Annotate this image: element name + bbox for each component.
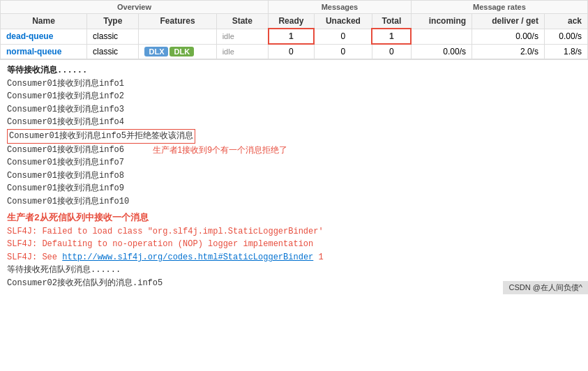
queue-deliver-0: 0.00/s [472,29,545,44]
producer2-msg: 生产者2从死信队列中接收一个消息 [7,211,581,225]
queue-ack-0: 0.00/s [544,29,587,44]
slf4j-line-1: SLF4J: Defaulting to no-operation (NOP) … [7,238,581,251]
slf4j-line-0: SLF4J: Failed to load class "org.slf4j.i… [7,225,581,238]
console-line2-1: Consumer01接收到消息info7 [7,156,129,169]
slf4j-lines: SLF4J: Failed to load class "org.slf4j.i… [7,225,581,264]
annotation-text: 生产者1接收到9个有一个消息拒绝了 [153,144,287,157]
queue-state-1: idle [216,44,268,59]
col-features-header: Features [139,14,216,29]
queue-incoming-1: 0.00/s [411,44,472,59]
badge-dlx: DLX [144,47,168,56]
queue-state-0: idle [216,29,268,44]
console-lines-group2: Consumer01接收到消息info6Consumer01接收到消息info7… [7,144,129,209]
console-line-0: Consumer01接收到消息info1 [7,77,581,91]
consumer02-msg: Consumer02接收死信队列的消息.info5 [7,277,581,290]
queue-total-0: 1 [372,29,411,44]
queue-name-dead-queue[interactable]: dead-queue [6,31,53,41]
console-line-2: Consumer01接收到消息info3 [7,103,581,116]
queue-type-0: classic [87,29,139,44]
col-name-header: Name [1,14,87,29]
queue-table-section: Overview Messages Message rates Name Typ… [0,0,588,60]
col-type-header: Type [87,14,139,29]
slf4j-link[interactable]: http://www.slf4j.org/codes.html#StaticLo… [62,252,313,262]
queue-features-1: DLXDLK [139,44,216,59]
waiting-msg: 等待接收消息...... [7,64,581,77]
badge-dlk: DLK [169,47,194,56]
console-section: 等待接收消息...... Consumer01接收到消息info1Consume… [0,60,588,294]
console-line2-4: Consumer01接收到消息info10 [7,195,129,209]
queue-ready-1: 0 [269,44,315,59]
col-state-header: State [216,14,268,29]
waiting-dead: 等待接收死信队列消息...... [7,264,581,277]
console-line2-2: Consumer01接收到消息info8 [7,169,129,183]
rejected-line-row: Consumer01接收到消息info5并拒绝签收该消息 [7,129,581,144]
col-deliver-header: deliver / get [472,14,545,29]
message-rates-header: Message rates [411,1,587,14]
console-line2-3: Consumer01接收到消息info9 [7,182,129,195]
messages-header: Messages [269,1,412,14]
queue-name-normal-queue[interactable]: normal-queue [6,47,61,56]
queue-ack-1: 1.8/s [544,44,587,59]
col-ready-header: Ready [269,14,315,29]
console-line2-0: Consumer01接收到消息info6 [7,144,129,157]
queue-deliver-1: 2.0/s [472,44,545,59]
queue-unacked-1: 0 [314,44,372,59]
queue-total-1: 0 [372,44,411,59]
queue-unacked-0: 0 [314,29,372,44]
console-line-3: Consumer01接收到消息info4 [7,116,581,129]
rejected-line: Consumer01接收到消息info5并拒绝签收该消息 [7,129,195,144]
queue-incoming-0 [411,29,472,44]
queue-table: Overview Messages Message rates Name Typ… [0,0,588,59]
overview-header: Overview [1,1,269,14]
queue-ready-0: 1 [269,29,315,44]
console-lines-group1: Consumer01接收到消息info1Consumer01接收到消息info2… [7,77,581,129]
footer-bar: CSDN @在人间负债^ [503,281,588,294]
queue-type-1: classic [87,44,139,59]
col-incoming-header: incoming [411,14,472,29]
col-total-header: Total [372,14,411,29]
col-ack-header: ack [544,14,587,29]
slf4j-line-2: SLF4J: See http://www.slf4j.org/codes.ht… [7,251,581,264]
console-line-1: Consumer01接收到消息info2 [7,90,581,103]
col-unacked-header: Unacked [314,14,372,29]
queue-features-0 [139,29,216,44]
